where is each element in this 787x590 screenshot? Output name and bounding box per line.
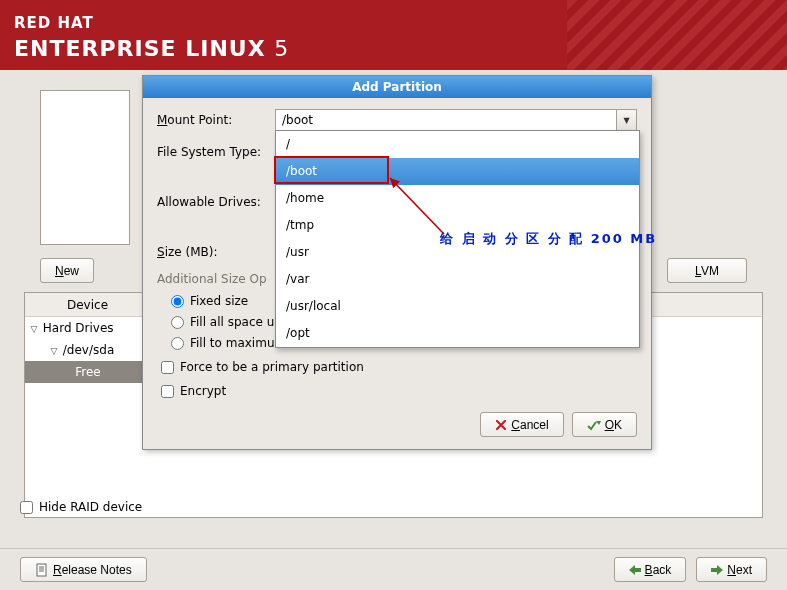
check-encrypt[interactable]: Encrypt [161, 382, 637, 400]
arrow-right-icon [711, 565, 723, 575]
mount-point-dropdown[interactable]: //boot/home/tmp/usr/var/usr/local/opt [275, 130, 640, 348]
ok-icon [587, 419, 601, 431]
dropdown-option[interactable]: /var [276, 266, 639, 293]
radio-fillmax-input[interactable] [171, 337, 184, 350]
back-button[interactable]: Back [614, 557, 687, 582]
hide-raid-checkbox[interactable] [20, 501, 33, 514]
cancel-button[interactable]: Cancel [480, 412, 563, 437]
new-button-rest: e [64, 264, 71, 278]
allowable-drives-label: Allowable Drives: [157, 195, 275, 209]
header-line1: RED HAT [14, 14, 94, 32]
header-version: 5 [274, 36, 289, 61]
notes-icon [35, 563, 49, 577]
size-label: Size (MB): [157, 245, 275, 259]
fs-type-label: File System Type: [157, 145, 275, 159]
check-primary-input[interactable] [161, 361, 174, 374]
disk-preview-box [40, 90, 130, 245]
col-device[interactable]: Device [25, 293, 151, 317]
dropdown-option[interactable]: /boot [276, 158, 639, 185]
dropdown-option[interactable]: /home [276, 185, 639, 212]
cancel-icon [495, 419, 507, 431]
next-button[interactable]: Next [696, 557, 767, 582]
dropdown-option[interactable]: /usr [276, 239, 639, 266]
dropdown-option[interactable]: / [276, 131, 639, 158]
lvm-button[interactable]: LVM [667, 258, 747, 283]
new-button[interactable]: New [40, 258, 94, 283]
mount-point-value: /boot [276, 113, 616, 127]
mount-point-combo[interactable]: /boot ▼ [275, 109, 637, 131]
dropdown-option[interactable]: /opt [276, 320, 639, 347]
check-primary[interactable]: Force to be a primary partition [161, 358, 637, 376]
header-product: ENTERPRISE LINUX [14, 36, 266, 61]
header-banner: RED HAT ENTERPRISE LINUX 5 [0, 0, 787, 70]
hide-raid-label: Hide RAID device [39, 500, 142, 514]
radio-fixed-input[interactable] [171, 295, 184, 308]
dialog-title: Add Partition [143, 76, 651, 98]
hide-raid-checkbox-row[interactable]: Hide RAID device [20, 500, 142, 514]
svg-rect-0 [37, 564, 46, 576]
header-line2: ENTERPRISE LINUX 5 [14, 36, 289, 61]
release-notes-button[interactable]: Release Notes [20, 557, 147, 582]
mount-point-label: Mount Point: [157, 113, 275, 127]
dropdown-option[interactable]: /usr/local [276, 293, 639, 320]
chevron-down-icon[interactable]: ▼ [616, 110, 636, 130]
check-encrypt-input[interactable] [161, 385, 174, 398]
tree-free[interactable]: Free [25, 361, 151, 383]
arrow-left-icon [629, 565, 641, 575]
ok-button[interactable]: OK [572, 412, 637, 437]
footer-bar: Release Notes Back Next [0, 548, 787, 590]
new-button-mnemonic: N [55, 264, 64, 278]
radio-fillup-input[interactable] [171, 316, 184, 329]
dropdown-option[interactable]: /tmp [276, 212, 639, 239]
